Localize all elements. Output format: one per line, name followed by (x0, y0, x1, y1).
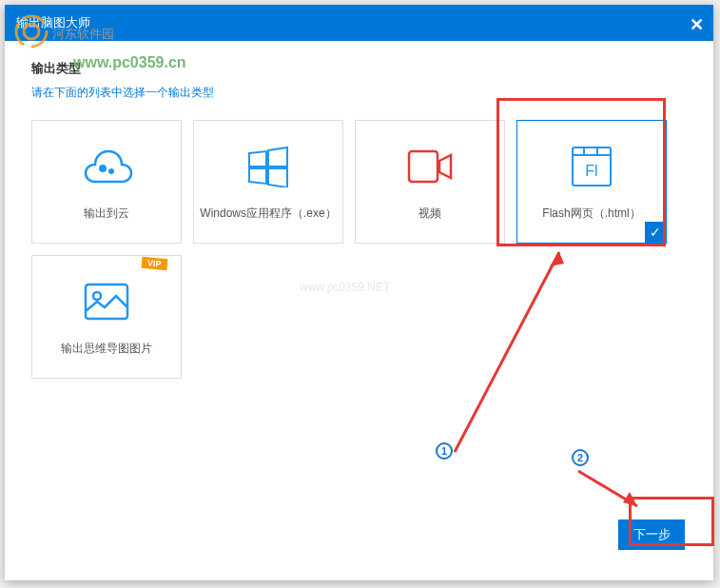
svg-point-0 (16, 16, 47, 47)
svg-text:Fl: Fl (585, 163, 597, 179)
cloud-icon (78, 143, 135, 190)
option-mindmap-image[interactable]: VIP 输出思维导图图片 (31, 255, 182, 379)
svg-point-1 (24, 24, 39, 39)
svg-point-3 (108, 168, 114, 174)
section-subtitle: 请在下面的列表中选择一个输出类型 (31, 85, 687, 101)
windows-icon (240, 143, 297, 190)
image-icon (78, 278, 135, 325)
video-icon (401, 143, 458, 190)
svg-point-11 (93, 292, 101, 300)
option-windows-label: Windows应用程序（.exe） (200, 206, 336, 222)
svg-point-2 (99, 165, 107, 172)
selected-check-icon: ✓ (645, 222, 666, 243)
dialog-window: 输出脑图大师 ✕ 河东软件园 www.pc0359.cn 输出类型 请在下面的列… (5, 5, 713, 580)
option-flash[interactable]: Fl Flash网页（.html） ✓ (516, 120, 667, 244)
flash-icon: Fl (563, 143, 620, 190)
option-video[interactable]: 视频 (355, 120, 505, 244)
option-mindmap-label: 输出思维导图图片 (61, 341, 152, 357)
close-icon[interactable]: ✕ (690, 14, 704, 35)
option-windows[interactable]: Windows应用程序（.exe） (193, 120, 343, 244)
options-grid: 输出到云 Windows应用程序（.exe） 视频 (31, 120, 687, 379)
option-cloud[interactable]: 输出到云 (31, 120, 182, 244)
next-button[interactable]: 下一步 (618, 519, 685, 550)
option-cloud-label: 输出到云 (84, 206, 129, 222)
watermark-brand-text: 河东软件园 (52, 26, 114, 43)
watermark-logo-icon (12, 12, 50, 57)
option-flash-label: Flash网页（.html） (542, 206, 640, 222)
vip-badge: VIP (142, 257, 167, 270)
option-video-label: 视频 (418, 206, 441, 222)
watermark-url-text: www.pc0359.cn (73, 54, 186, 71)
svg-rect-4 (409, 151, 438, 182)
content-area: 输出类型 请在下面的列表中选择一个输出类型 输出到云 (5, 41, 713, 398)
